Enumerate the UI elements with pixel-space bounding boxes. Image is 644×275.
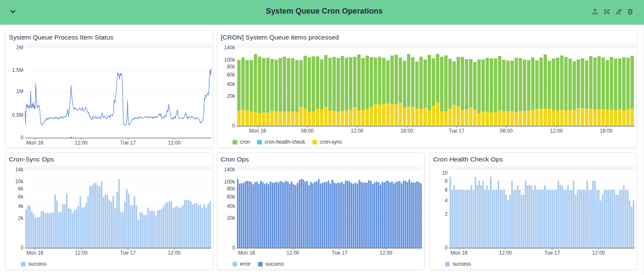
- svg-text:80k: 80k: [227, 186, 235, 192]
- svg-text:6k: 6k: [18, 194, 24, 200]
- svg-text:12:00: 12:00: [499, 250, 512, 256]
- svg-text:8: 8: [445, 178, 448, 184]
- svg-text:Mon 16: Mon 16: [249, 128, 266, 134]
- svg-text:4: 4: [445, 198, 448, 204]
- svg-text:1M: 1M: [16, 88, 23, 94]
- svg-text:0: 0: [20, 135, 23, 141]
- svg-text:100k: 100k: [224, 57, 235, 63]
- svg-text:18:00: 18:00: [400, 128, 413, 134]
- svg-text:20k: 20k: [227, 215, 235, 221]
- svg-text:Tue 17: Tue 17: [449, 128, 465, 134]
- svg-text:10k: 10k: [15, 179, 24, 184]
- svg-text:40k: 40k: [227, 203, 235, 209]
- svg-text:12:00: 12:00: [351, 128, 363, 134]
- svg-text:Mon 16: Mon 16: [451, 250, 468, 256]
- svg-text:12:00: 12:00: [592, 250, 605, 256]
- svg-text:Tue 17: Tue 17: [120, 140, 136, 146]
- svg-text:06:00: 06:00: [500, 128, 513, 134]
- svg-text:1.5M: 1.5M: [12, 67, 23, 73]
- svg-text:12:00: 12:00: [168, 140, 181, 146]
- svg-text:0: 0: [20, 245, 23, 251]
- svg-text:60k: 60k: [227, 194, 235, 200]
- svg-text:18:00: 18:00: [600, 128, 613, 134]
- svg-text:0: 0: [232, 123, 235, 129]
- svg-text:100k: 100k: [224, 179, 235, 185]
- svg-text:06:00: 06:00: [301, 128, 314, 134]
- svg-text:6: 6: [445, 187, 448, 193]
- svg-text:Tue 17: Tue 17: [120, 250, 136, 256]
- svg-text:0: 0: [445, 245, 448, 251]
- svg-text:Tue 17: Tue 17: [332, 250, 348, 256]
- svg-text:80k: 80k: [227, 64, 235, 70]
- svg-text:0: 0: [232, 245, 235, 251]
- svg-text:12:00: 12:00: [168, 250, 181, 256]
- svg-text:12:00: 12:00: [75, 140, 88, 146]
- svg-text:10: 10: [442, 170, 448, 176]
- svg-text:20k: 20k: [227, 93, 235, 99]
- svg-text:140k: 140k: [224, 45, 235, 51]
- svg-text:60k: 60k: [227, 72, 235, 78]
- svg-text:12:00: 12:00: [287, 250, 299, 256]
- svg-text:2k: 2k: [18, 215, 24, 221]
- svg-text:Mon 16: Mon 16: [238, 250, 255, 256]
- svg-text:0.5M: 0.5M: [12, 112, 23, 118]
- svg-text:Mon 16: Mon 16: [26, 140, 43, 146]
- svg-text:2: 2: [445, 211, 448, 217]
- svg-text:12:00: 12:00: [75, 250, 88, 256]
- svg-text:4k: 4k: [18, 203, 24, 209]
- svg-text:140k: 140k: [224, 167, 235, 173]
- svg-text:Mon 16: Mon 16: [26, 250, 43, 256]
- svg-text:40k: 40k: [227, 81, 235, 87]
- svg-text:12:00: 12:00: [380, 250, 392, 256]
- svg-text:14k: 14k: [15, 167, 24, 173]
- svg-text:2M: 2M: [16, 45, 23, 51]
- svg-text:8k: 8k: [18, 186, 24, 192]
- svg-text:12:00: 12:00: [550, 128, 563, 134]
- svg-text:Tue 17: Tue 17: [545, 250, 560, 256]
